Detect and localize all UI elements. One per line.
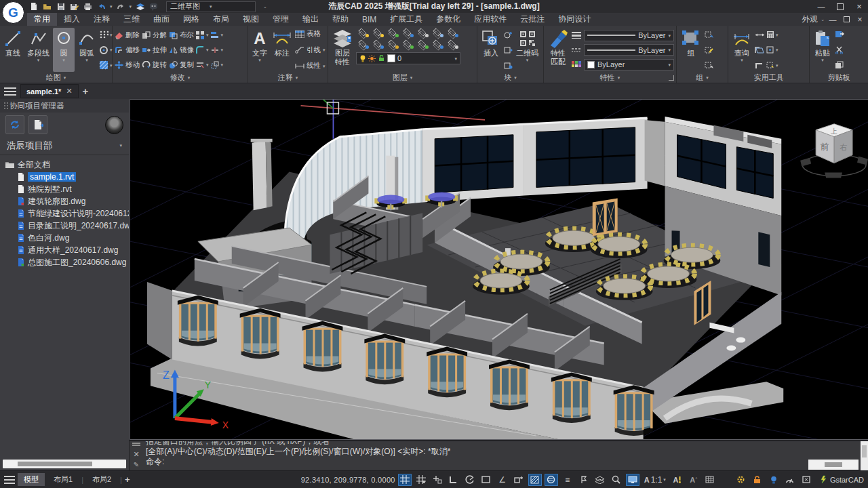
scale-button[interactable]: ▾	[211, 58, 224, 71]
erase-button[interactable]: 删除	[115, 28, 140, 41]
group-edit-button[interactable]	[705, 45, 714, 56]
panel-label-draw[interactable]: 绘图▾	[0, 72, 112, 83]
panel-label-modify[interactable]: 修改▾	[113, 72, 248, 83]
insert-block-button[interactable]: 插入	[479, 28, 502, 72]
tree-file[interactable]: 建筑轮廓图.dwg	[5, 195, 129, 207]
group-select-button[interactable]	[705, 60, 714, 70]
panel-label-group[interactable]: 组▾	[677, 72, 728, 83]
doc-menu-icon[interactable]	[4, 87, 16, 96]
measure-button[interactable]	[755, 29, 765, 40]
inquiry-button[interactable]: 查询 ▾	[730, 28, 753, 72]
angle-snap-toggle[interactable]: ∠	[496, 474, 509, 486]
appearance-menu[interactable]: 外观	[802, 14, 818, 25]
sync-button[interactable]	[5, 115, 24, 134]
arc-button[interactable]: 圆弧 ▾	[76, 28, 98, 72]
layer-tool-button[interactable]	[431, 28, 444, 38]
command-window[interactable]: ✕ ✎ 指定窗口的角点，输入比例因子 (nX 或 nXP)，或者 [全部(A)/…	[130, 440, 868, 470]
layer-tool-button[interactable]	[401, 28, 414, 38]
open-folder-icon[interactable]	[42, 1, 52, 12]
quick-properties-toggle[interactable]	[577, 474, 591, 486]
workspace-select[interactable]: 二维草图▾	[166, 1, 256, 12]
layer-tool-button[interactable]	[431, 39, 444, 49]
tab-annotate[interactable]: 注释	[87, 13, 117, 26]
new-file-icon[interactable]	[28, 1, 39, 12]
doc-close-button[interactable]: ×	[854, 14, 865, 25]
workspace-switch-icon[interactable]	[626, 474, 639, 486]
performance-gauge-icon[interactable]	[783, 474, 797, 486]
polyline-button[interactable]: 多段线 ▾	[25, 28, 52, 72]
viewcube-front-label[interactable]: 前	[821, 142, 829, 152]
redo-icon[interactable]	[116, 1, 126, 12]
viewcube-top-label[interactable]: 上	[830, 127, 837, 135]
layer-tool-button[interactable]	[356, 28, 370, 38]
command-close-icon[interactable]: ✕	[133, 450, 139, 459]
viewcube-right-label[interactable]: 右	[840, 143, 848, 151]
area-button[interactable]	[755, 45, 765, 56]
stretch-button[interactable]: 拉伸	[142, 43, 167, 56]
tab-apps[interactable]: 应用软件	[467, 13, 513, 26]
layer-tool-button[interactable]	[386, 39, 399, 49]
hardware-acceleration-icon[interactable]	[767, 474, 781, 486]
tab-collaboration[interactable]: 协同设计	[551, 13, 597, 26]
break-button[interactable]: ▾	[211, 43, 224, 56]
tab-insert[interactable]: 插入	[57, 13, 87, 26]
drawing-canvas[interactable]: 上 前 右 Z Y X	[130, 99, 868, 440]
layer-properties-button[interactable]: 图层特性	[330, 28, 355, 72]
tab-express[interactable]: 扩展工具	[383, 13, 429, 26]
snap-mode-toggle[interactable]	[414, 474, 428, 486]
layer-tool-button[interactable]	[446, 39, 459, 49]
tab-surface[interactable]: 曲面	[146, 13, 176, 26]
annotation-visibility-toggle[interactable]: A	[671, 474, 684, 486]
user-avatar[interactable]	[105, 116, 123, 134]
calculator-button[interactable]: ▾	[766, 29, 778, 40]
doc-minimize-button[interactable]: —	[827, 14, 838, 25]
layer-tool-button[interactable]	[416, 28, 429, 38]
tab-manage[interactable]: 管理	[266, 13, 296, 26]
command-hscrollbar[interactable]	[808, 460, 859, 470]
layer-tool-button[interactable]	[371, 39, 384, 49]
layer-tool-button[interactable]	[401, 39, 414, 49]
toolbar-customize-caret-icon[interactable]: ⌄	[263, 4, 267, 9]
circle-button[interactable]: 圆 ▾	[53, 28, 75, 72]
comment-bubble-icon[interactable]	[149, 1, 159, 12]
lock-ui-icon[interactable]	[751, 474, 764, 486]
mirror-button[interactable]: 镜像	[169, 43, 194, 56]
hatch-button[interactable]: ▾	[99, 60, 113, 70]
copy-pages-button[interactable]	[835, 60, 844, 70]
close-button[interactable]: ×	[850, 1, 868, 12]
group-button[interactable]: 组	[679, 28, 703, 72]
tab-cloud-markup[interactable]: 云批注	[513, 13, 551, 26]
leader-button[interactable]: 引线▾	[295, 45, 326, 55]
hatch-display-toggle[interactable]	[528, 474, 542, 486]
layer-tool-button[interactable]	[416, 39, 429, 49]
dynamic-input-toggle[interactable]	[479, 474, 493, 486]
redo-caret-icon[interactable]: ▾	[130, 4, 132, 9]
rotate-button[interactable]: 旋转	[142, 58, 167, 71]
layer-tool-button[interactable]	[446, 28, 459, 38]
point-array-button[interactable]: ▾	[99, 29, 113, 40]
explode-button[interactable]: 分解	[142, 28, 167, 41]
minimize-button[interactable]: —	[812, 1, 830, 12]
command-splitter-handle[interactable]	[132, 443, 140, 444]
collaboration-panel-header[interactable]: 协同项目管理器	[0, 99, 129, 113]
qrcode-button[interactable]: 二维码 ▾	[514, 28, 540, 72]
doc-restore-button[interactable]	[841, 14, 852, 25]
trim-button[interactable]: ▾	[196, 58, 209, 71]
app-logo-icon[interactable]: G	[2, 1, 24, 24]
panel-label-clipboard[interactable]: 剪贴板	[810, 72, 868, 83]
block-edit-button[interactable]	[504, 29, 513, 40]
panel-label-block[interactable]: 块▾	[477, 72, 543, 83]
panel-label-properties[interactable]: 特性▾	[544, 72, 676, 83]
corner-button[interactable]	[755, 60, 765, 70]
move-button[interactable]: 移动	[115, 58, 140, 71]
cut-button[interactable]	[835, 45, 844, 56]
new-layout-button[interactable]: +	[125, 474, 130, 485]
tree-file[interactable]: 通用大样_20240617.dwg	[5, 244, 129, 256]
linetype-select[interactable]: ByLayer▾	[584, 44, 674, 56]
panel-label-layers[interactable]: 图层▾	[328, 72, 477, 83]
object-color-select[interactable]: ByLayer▾	[584, 59, 674, 70]
copy-button[interactable]: 复制	[169, 58, 194, 71]
panel-grip-icon[interactable]	[4, 102, 5, 109]
select-tool-button[interactable]: ▾	[766, 60, 778, 70]
layer-select[interactable]: 0 ▾	[356, 52, 460, 64]
